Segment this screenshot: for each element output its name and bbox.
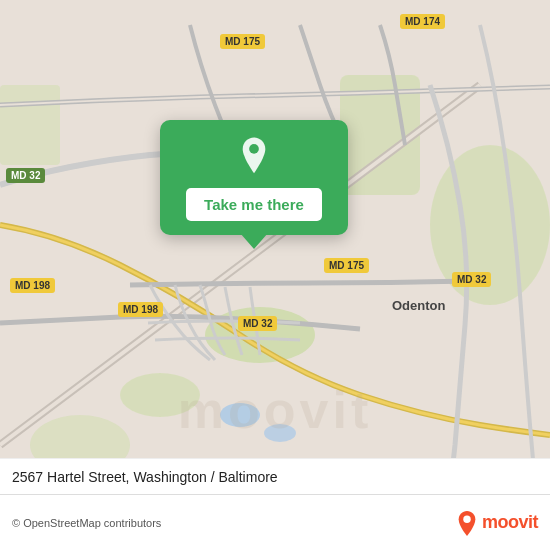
svg-point-9 bbox=[249, 144, 259, 154]
address-text: 2567 Hartel Street, Washington / Baltimo… bbox=[12, 469, 278, 485]
svg-point-7 bbox=[220, 403, 260, 427]
svg-rect-6 bbox=[0, 85, 60, 165]
moovit-pin-icon bbox=[456, 510, 478, 536]
road-badge-md198-right: MD 198 bbox=[118, 302, 163, 317]
road-badge-md32-mid: MD 32 bbox=[238, 316, 277, 331]
road-badge-md32-right: MD 32 bbox=[452, 272, 491, 287]
svg-point-10 bbox=[463, 515, 470, 522]
moovit-brand-text: moovit bbox=[482, 512, 538, 533]
bottom-bar: © OpenStreetMap contributors moovit bbox=[0, 494, 550, 550]
road-badge-md198-left: MD 198 bbox=[10, 278, 55, 293]
road-badge-md174: MD 174 bbox=[400, 14, 445, 29]
road-badge-md32-left: MD 32 bbox=[6, 168, 45, 183]
popup-card: Take me there bbox=[160, 120, 348, 235]
address-bar: 2567 Hartel Street, Washington / Baltimo… bbox=[0, 458, 550, 494]
map-container: MD 174 MD 175 MD 32 MD 175 MD 198 MD 198… bbox=[0, 0, 550, 550]
take-me-there-button[interactable]: Take me there bbox=[186, 188, 322, 221]
road-badge-md175-top: MD 175 bbox=[220, 34, 265, 49]
place-label-odenton: Odenton bbox=[392, 298, 445, 313]
road-badge-md175-mid: MD 175 bbox=[324, 258, 369, 273]
svg-point-8 bbox=[264, 424, 296, 442]
attribution-text: © OpenStreetMap contributors bbox=[12, 517, 161, 529]
location-pin-icon bbox=[233, 136, 275, 178]
moovit-logo: moovit bbox=[456, 510, 538, 536]
svg-point-2 bbox=[120, 373, 200, 417]
